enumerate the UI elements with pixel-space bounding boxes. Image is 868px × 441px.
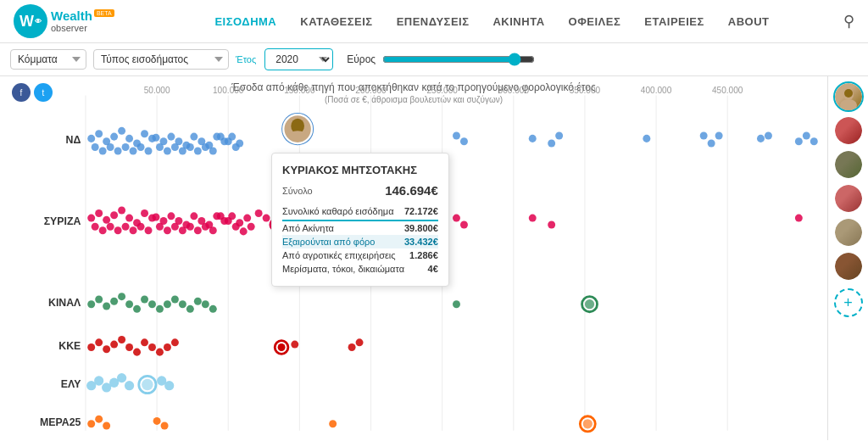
svg-point-118 xyxy=(179,226,186,234)
svg-point-186 xyxy=(87,420,95,427)
svg-point-141 xyxy=(103,302,110,310)
svg-text:250.000: 250.000 xyxy=(426,86,458,95)
party-filter[interactable]: Κόμματα xyxy=(10,49,86,70)
svg-point-137 xyxy=(548,220,555,228)
nav-item-katatheseis[interactable]: ΚΑΤΑΘΕΣΕΙΣ xyxy=(300,15,372,28)
avatar-1[interactable] xyxy=(833,81,864,112)
svg-point-101 xyxy=(145,226,153,234)
svg-point-117 xyxy=(171,223,179,231)
svg-point-56 xyxy=(171,143,179,151)
tooltip-row-4: Μερίσματα, τόκοι, δικαιώματα 4€ xyxy=(282,262,438,276)
tooltip-label-1: Από Ακίνητα xyxy=(282,220,404,235)
svg-point-69 xyxy=(555,131,563,139)
avatar-2[interactable] xyxy=(833,115,864,146)
logo-text: Wealth BETA observer xyxy=(51,9,114,34)
svg-point-44 xyxy=(167,133,175,141)
svg-point-26 xyxy=(95,130,103,137)
svg-point-157 xyxy=(585,299,594,309)
nav-item-akinita[interactable]: ΑΚΙΝΗΤΑ xyxy=(492,15,544,28)
logo-beta: BETA xyxy=(94,9,114,18)
svg-point-40 xyxy=(137,143,145,151)
avatar-3[interactable] xyxy=(833,149,864,180)
svg-point-65 xyxy=(453,131,460,139)
svg-point-62 xyxy=(217,133,225,141)
year-label: Έτος xyxy=(236,54,256,64)
svg-point-127 xyxy=(248,223,255,231)
svg-point-74 xyxy=(757,135,765,142)
svg-point-149 xyxy=(164,300,171,308)
svg-point-115 xyxy=(156,223,164,231)
tooltip-label-0: Συνολικό καθαρό εισόδημα xyxy=(282,204,404,220)
svg-point-114 xyxy=(243,215,251,222)
svg-point-174 xyxy=(348,343,356,351)
search-icon[interactable]: ⚲ xyxy=(843,12,854,31)
chart-area: f t Έσοδα από κάθε πηγή που αποκτήθηκαν … xyxy=(0,76,827,440)
svg-point-148 xyxy=(156,305,164,313)
svg-point-189 xyxy=(153,417,161,425)
svg-point-183 xyxy=(142,379,153,391)
avatar-4[interactable] xyxy=(833,183,864,214)
header: W 👁 Wealth BETA observer ΕΙΣΟΔΗΜΑ ΚΑΤΑΘΕ… xyxy=(0,0,868,43)
svg-point-100 xyxy=(137,223,145,231)
svg-point-36 xyxy=(107,143,114,151)
tooltip-table: Συνολικό καθαρό εισόδημα 72.172€ Από Ακί… xyxy=(282,204,438,276)
year-filter[interactable]: 2020 xyxy=(264,48,333,70)
logo-icon: W 👁 xyxy=(14,4,47,38)
svg-point-138 xyxy=(795,215,803,222)
nav-item-etaireies[interactable]: ΕΤΑΙΡΕΙΕΣ xyxy=(644,15,704,28)
svg-point-76 xyxy=(795,137,803,145)
svg-point-162 xyxy=(110,341,118,349)
range-slider[interactable] xyxy=(382,53,535,66)
svg-point-34 xyxy=(92,143,99,151)
svg-point-47 xyxy=(190,133,198,141)
svg-point-147 xyxy=(148,300,156,308)
svg-text:ΝΔ: ΝΔ xyxy=(66,134,81,146)
svg-point-29 xyxy=(118,127,125,135)
nav-item-ependyseis[interactable]: ΕΠΕΝΔΥΣΕΙΣ xyxy=(397,15,470,28)
range-slider-container xyxy=(382,53,858,66)
avatar-5[interactable] xyxy=(833,217,864,248)
svg-point-143 xyxy=(118,293,125,300)
tooltip-row-1: Από Ακίνητα 39.800€ xyxy=(282,220,438,235)
svg-point-77 xyxy=(803,131,810,139)
svg-point-121 xyxy=(202,223,209,231)
tooltip-value-2: 33.432€ xyxy=(404,235,438,248)
svg-point-153 xyxy=(194,298,202,305)
svg-point-159 xyxy=(87,343,95,351)
nav-item-ofeiles[interactable]: ΟΦΕΙΛΕΣ xyxy=(569,15,621,28)
avatar-6[interactable] xyxy=(833,251,864,282)
income-type-filter[interactable]: Τύπος εισοδήματος xyxy=(93,49,229,70)
svg-point-119 xyxy=(186,223,194,231)
logo: W 👁 Wealth BETA observer xyxy=(14,4,141,38)
svg-point-92 xyxy=(141,209,148,217)
svg-text:400.000: 400.000 xyxy=(641,86,672,95)
svg-point-125 xyxy=(232,223,240,231)
svg-point-107 xyxy=(190,212,198,220)
svg-point-136 xyxy=(529,215,537,222)
svg-point-122 xyxy=(209,226,217,234)
svg-point-60 xyxy=(202,143,209,151)
svg-text:200.000: 200.000 xyxy=(355,86,387,95)
svg-point-59 xyxy=(194,148,202,155)
svg-point-35 xyxy=(99,148,107,155)
svg-point-142 xyxy=(110,298,118,305)
svg-point-102 xyxy=(152,213,159,220)
svg-point-164 xyxy=(125,343,133,351)
svg-point-72 xyxy=(708,140,715,148)
svg-point-58 xyxy=(186,143,194,151)
svg-point-140 xyxy=(95,296,103,304)
svg-point-78 xyxy=(810,137,818,145)
nav-item-about[interactable]: ABOUT xyxy=(728,15,770,28)
nav-item-eisodima[interactable]: ΕΙΣΟΔΗΜΑ xyxy=(214,15,276,28)
add-avatar-button[interactable]: + xyxy=(834,288,863,317)
filter-bar: Κόμματα Τύπος εισοδήματος Έτος 2020 Εύρο… xyxy=(0,43,868,76)
logo-wealth: Wealth xyxy=(51,9,92,24)
svg-point-150 xyxy=(171,296,179,304)
svg-point-37 xyxy=(114,148,122,155)
svg-point-68 xyxy=(548,140,555,148)
svg-point-55 xyxy=(164,148,171,155)
tooltip-value-1: 39.800€ xyxy=(404,220,438,235)
svg-point-99 xyxy=(130,226,137,234)
svg-point-165 xyxy=(133,349,141,356)
svg-point-32 xyxy=(141,130,148,137)
